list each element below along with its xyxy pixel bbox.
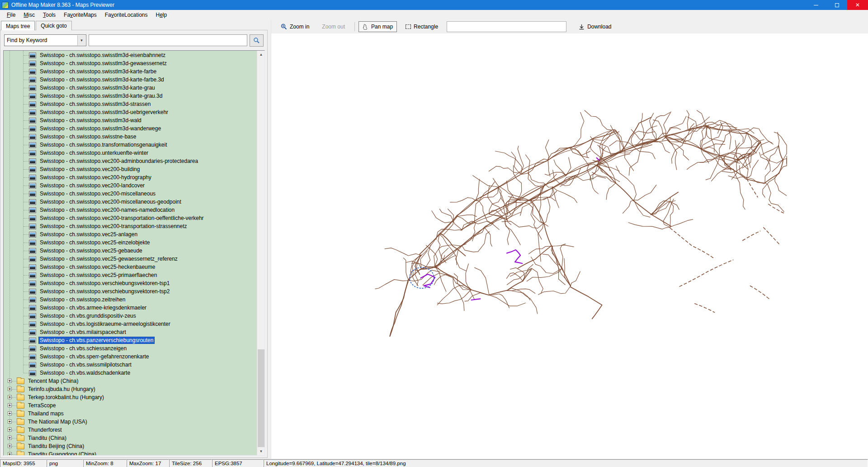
tree-item[interactable]: Swisstopo - ch.swisstopo.vec200-hydrogra…: [4, 173, 257, 181]
tree-item[interactable]: Swisstopo - ch.swisstopo.swisstlm3d-gewa…: [4, 59, 257, 67]
scroll-down-arrow-icon[interactable]: ▼: [257, 448, 265, 455]
expand-plus-icon[interactable]: +: [8, 403, 12, 407]
tree-item[interactable]: Swisstopo - ch.swisstopo.vec200-landcove…: [4, 181, 257, 190]
menu-tools[interactable]: Tools: [39, 10, 60, 19]
map-layer-icon: [29, 215, 36, 221]
tree-item[interactable]: Swisstopo - ch.swisstopo.swisstlm3d-kart…: [4, 67, 257, 76]
tree-folder[interactable]: +Terinfo.ujbuda.hu (Hungary): [4, 385, 257, 393]
tree-folder[interactable]: +The National Map (USA): [4, 418, 257, 426]
expand-plus-icon[interactable]: +: [8, 428, 12, 432]
tree-scrollbar[interactable]: ▲ ▼: [257, 51, 264, 455]
tree-item[interactable]: Swisstopo - ch.swisstopo.swisstlm3d-kart…: [4, 76, 257, 84]
tree-folder[interactable]: +Tianditu (China): [4, 434, 257, 442]
scrollbar-thumb[interactable]: [258, 349, 264, 447]
tree-item[interactable]: Swisstopo - ch.swisstopo.swisstlm3d-wald: [4, 116, 257, 124]
tree-item[interactable]: Swisstopo - ch.swisstopo.vec25-gewaesser…: [4, 255, 257, 263]
tree-item[interactable]: Swisstopo - ch.swisstopo.vec25-einzelobj…: [4, 238, 257, 247]
tree-item-label: Swisstopo - ch.swisstopo.vec200-hydrogra…: [38, 174, 153, 181]
menu-file[interactable]: File: [3, 10, 19, 19]
tree-item[interactable]: Swisstopo - ch.vbs.panzerverschiebungsro…: [4, 336, 257, 344]
tree-item[interactable]: Swisstopo - ch.swisstopo.verschiebungsve…: [4, 287, 257, 295]
tree-item[interactable]: Swisstopo - ch.vbs.schiessanzeigen: [4, 344, 257, 353]
tree-item[interactable]: Swisstopo - ch.swisstopo.transformations…: [4, 141, 257, 149]
find-mode-select[interactable]: Find by Keyword ▾: [4, 34, 86, 46]
tree-item[interactable]: Swisstopo - ch.swisstopo.vec25-anlagen: [4, 230, 257, 238]
tree-item[interactable]: Swisstopo - ch.vbs.armee-kriegsdenkmaele…: [4, 304, 257, 312]
tree-item[interactable]: Swisstopo - ch.swisstopo.vec200-miscella…: [4, 198, 257, 206]
tree-item[interactable]: Swisstopo - ch.swisstopo.swisstlm3d-uebr…: [4, 108, 257, 116]
tree-item[interactable]: Swisstopo - ch.vbs.sperr-gefahrenzonenka…: [4, 353, 257, 361]
expand-plus-icon[interactable]: +: [8, 452, 12, 456]
tree-folder[interactable]: +Tencent Map (China): [4, 377, 257, 385]
tree-item[interactable]: Swisstopo - ch.swisstopo.unterkuenfte-wi…: [4, 149, 257, 157]
tree-item[interactable]: Swisstopo - ch.swisstopo.vec200-adminbou…: [4, 157, 257, 165]
tree-item[interactable]: Swisstopo - ch.swisstopo.swisstlm3d-stra…: [4, 100, 257, 108]
tree-item[interactable]: Swisstopo - ch.swisstopo.swisstlm3d-eise…: [4, 51, 257, 59]
chevron-down-icon[interactable]: ▾: [77, 35, 85, 45]
search-button[interactable]: [250, 34, 264, 47]
expand-plus-icon[interactable]: +: [8, 379, 12, 383]
minimize-button[interactable]: [806, 0, 826, 10]
tree-item[interactable]: Swisstopo - ch.swisstopo.vec200-building: [4, 165, 257, 173]
search-input[interactable]: [89, 34, 247, 46]
maximize-button[interactable]: [826, 0, 847, 10]
tab-maps-tree[interactable]: Maps tree: [1, 21, 35, 30]
map-panel: Zoom in Zoom out Pan map Rectangle: [271, 20, 868, 459]
tree-item[interactable]: Swisstopo - ch.swisstopo.vec200-names-na…: [4, 206, 257, 214]
tree-folder[interactable]: +Tianditu Beijing (China): [4, 442, 257, 450]
map-layer-icon: [29, 167, 36, 172]
scroll-up-arrow-icon[interactable]: ▲: [257, 51, 265, 58]
tree-item-label: Swisstopo - ch.vbs.grunddispositiv-zeus: [38, 312, 137, 319]
tree-item[interactable]: Swisstopo - ch.swisstopo.swisstlm3d-kart…: [4, 84, 257, 92]
expand-plus-icon[interactable]: +: [8, 395, 12, 399]
tree-item[interactable]: Swisstopo - ch.swisstopo.zeitreihen: [4, 295, 257, 304]
zoom-in-button[interactable]: Zoom in: [277, 21, 313, 32]
tree-folder-label: TerraScope: [27, 402, 57, 409]
tree-item[interactable]: Swisstopo - ch.swisstopo.vec25-primaerfl…: [4, 271, 257, 279]
expand-plus-icon[interactable]: +: [8, 444, 12, 448]
tree-item[interactable]: Swisstopo - ch.swisstopo.vec25-gebaeude: [4, 247, 257, 255]
tree-folder[interactable]: +Terkep.torokbalint.hu (Hungary): [4, 393, 257, 401]
menu-favoritelocations[interactable]: FavoriteLocations: [101, 10, 152, 19]
tree-connector: [24, 63, 29, 64]
expand-plus-icon[interactable]: +: [8, 387, 12, 391]
tree-item[interactable]: Swisstopo - ch.swisstopo.swisstne-base: [4, 133, 257, 141]
tree-connector: [24, 251, 29, 251]
folder-icon: [17, 395, 24, 400]
tree-item[interactable]: Swisstopo - ch.vbs.logistikraeume-armeel…: [4, 320, 257, 328]
tree-item[interactable]: Swisstopo - ch.swisstopo.vec200-transpor…: [4, 222, 257, 230]
tree-item[interactable]: Swisstopo - ch.swisstopo.swisstlm3d-wand…: [4, 124, 257, 133]
tree-item[interactable]: Swisstopo - ch.swisstopo.verschiebungsve…: [4, 279, 257, 287]
tree-folder[interactable]: +TerraScope: [4, 401, 257, 410]
download-button[interactable]: Download: [575, 21, 615, 32]
tree-item[interactable]: Swisstopo - ch.swisstopo.vec200-miscella…: [4, 190, 257, 198]
pan-map-button[interactable]: Pan map: [359, 21, 397, 32]
coordinates-input[interactable]: [447, 21, 566, 32]
tab-quick-goto[interactable]: Quick goto: [36, 21, 71, 30]
menu-favoritemaps[interactable]: FavoriteMaps: [60, 10, 101, 19]
expand-plus-icon[interactable]: +: [8, 411, 12, 415]
zoom-out-label: Zoom out: [322, 24, 345, 30]
tree-item-label: Swisstopo - ch.swisstopo.vec25-primaerfl…: [38, 272, 158, 279]
tree-folder[interactable]: +Tianditu Guangdong (China): [4, 450, 257, 456]
menu-help[interactable]: Help: [151, 10, 171, 19]
maps-tree[interactable]: Swisstopo - ch.swisstopo.swisstlm3d-eise…: [3, 50, 265, 456]
menu-misc[interactable]: Misc: [19, 10, 39, 19]
tree-item[interactable]: Swisstopo - ch.swisstopo.vec200-transpor…: [4, 214, 257, 222]
tree-folder[interactable]: +Thailand maps: [4, 410, 257, 418]
close-button[interactable]: ✕: [847, 0, 868, 10]
tree-item[interactable]: Swisstopo - ch.swisstopo.swisstlm3d-kart…: [4, 92, 257, 100]
rectangle-button[interactable]: Rectangle: [401, 21, 442, 32]
map-viewport[interactable]: [271, 33, 868, 459]
map-canvas[interactable]: [271, 33, 868, 459]
tree-item[interactable]: Swisstopo - ch.swisstopo.vec25-heckenbae…: [4, 263, 257, 271]
expand-plus-icon[interactable]: +: [8, 436, 12, 440]
tree-item[interactable]: Swisstopo - ch.vbs.milairspacechart: [4, 328, 257, 336]
zoom-out-button[interactable]: Zoom out: [318, 21, 349, 32]
tree-item[interactable]: Swisstopo - ch.vbs.grunddispositiv-zeus: [4, 312, 257, 320]
tree-folder[interactable]: +Thunderforest: [4, 426, 257, 434]
expand-plus-icon[interactable]: +: [8, 419, 12, 424]
tree-item[interactable]: Swisstopo - ch.vbs.swissmilpilotschart: [4, 361, 257, 369]
tree-item[interactable]: Swisstopo - ch.vbs.waldschadenkarte: [4, 369, 257, 377]
tree-item-label: Swisstopo - ch.swisstopo.swisstne-base: [38, 133, 137, 140]
